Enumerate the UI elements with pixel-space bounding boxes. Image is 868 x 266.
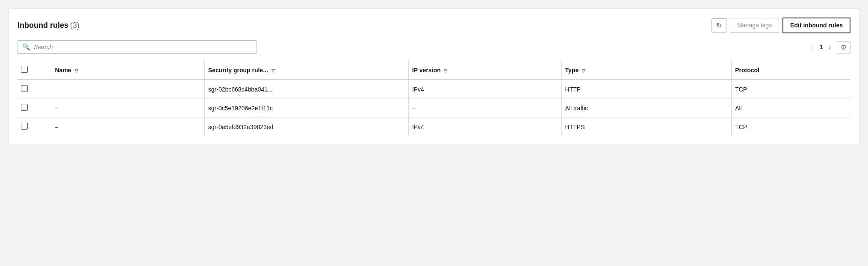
pagination-controls: ‹ 1 › ⚙ <box>809 41 850 53</box>
search-row: 🔍 ‹ 1 › ⚙ <box>18 40 850 54</box>
table-row: –sgr-0a5efd932e39823edIPv4HTTPSTCP <box>18 118 850 136</box>
row-1-checkbox-cell <box>18 99 52 118</box>
row-1-name: – <box>52 99 205 118</box>
row-0-name: – <box>52 80 205 99</box>
sort-type-icon[interactable]: ▽ <box>582 68 585 73</box>
inbound-rules-table: Name ▽ Security group rule... ▽ IP versi… <box>18 61 850 136</box>
th-ipversion-label: IP version <box>412 67 441 74</box>
panel-header: Inbound rules (3) ↻ Manage tags Edit inb… <box>18 18 850 33</box>
row-2-protocol: TCP <box>732 118 850 136</box>
row-2-type: HTTPS <box>561 118 732 136</box>
th-sgrule-label: Security group rule... <box>208 67 268 74</box>
row-0-protocol: TCP <box>732 80 850 99</box>
sort-name-icon[interactable]: ▽ <box>75 68 78 73</box>
refresh-icon: ↻ <box>716 21 722 30</box>
row-2-sgrule: sgr-0a5efd932e39823ed <box>204 118 408 136</box>
row-0-checkbox-cell <box>18 80 52 99</box>
row-2-checkbox[interactable] <box>21 123 28 130</box>
search-input[interactable] <box>34 44 252 50</box>
th-sgrule: Security group rule... ▽ <box>204 61 408 80</box>
header-checkbox[interactable] <box>21 66 28 73</box>
row-2-name: – <box>52 118 205 136</box>
row-1-ipversion: – <box>408 99 561 118</box>
table-header-row: Name ▽ Security group rule... ▽ IP versi… <box>18 61 850 80</box>
th-protocol-label: Protocol <box>735 67 759 74</box>
th-ipversion: IP version ▽ <box>408 61 561 80</box>
row-0-sgrule: sgr-02bc668c4bba041... <box>204 80 408 99</box>
row-1-sgrule: sgr-0c5e19206e2e1f11c <box>204 99 408 118</box>
row-1-type: All traffic <box>561 99 732 118</box>
pagination-next-button[interactable]: › <box>826 43 833 51</box>
edit-inbound-rules-button[interactable]: Edit inbound rules <box>782 18 850 33</box>
pagination-current-page: 1 <box>820 44 823 50</box>
header-actions: ↻ Manage tags Edit inbound rules <box>712 18 850 33</box>
row-0-ipversion: IPv4 <box>408 80 561 99</box>
refresh-button[interactable]: ↻ <box>712 18 726 33</box>
panel-title: Inbound rules (3) <box>18 21 80 30</box>
table-row: –sgr-02bc668c4bba041...IPv4HTTPTCP <box>18 80 850 99</box>
sort-ipversion-icon[interactable]: ▽ <box>444 68 447 73</box>
manage-tags-button[interactable]: Manage tags <box>730 18 779 33</box>
row-0-type: HTTP <box>561 80 732 99</box>
panel-title-text: Inbound rules <box>18 21 68 30</box>
search-icon: 🔍 <box>22 43 30 51</box>
search-box-container: 🔍 <box>18 40 257 54</box>
row-0-checkbox[interactable] <box>21 85 28 92</box>
th-name-label: Name <box>55 67 71 74</box>
panel-title-count: (3) <box>70 21 80 30</box>
row-1-protocol: All <box>732 99 850 118</box>
th-name: Name ▽ <box>52 61 205 80</box>
th-type-label: Type <box>565 67 579 74</box>
th-checkbox <box>18 61 52 80</box>
inbound-rules-panel: Inbound rules (3) ↻ Manage tags Edit inb… <box>9 9 859 145</box>
table-settings-button[interactable]: ⚙ <box>837 41 850 53</box>
th-type: Type ▽ <box>561 61 732 80</box>
row-2-checkbox-cell <box>18 118 52 136</box>
sort-sgrule-icon[interactable]: ▽ <box>272 68 275 73</box>
pagination-prev-button[interactable]: ‹ <box>809 43 816 51</box>
table-row: –sgr-0c5e19206e2e1f11c–All trafficAll <box>18 99 850 118</box>
row-1-checkbox[interactable] <box>21 104 28 111</box>
row-2-ipversion: IPv4 <box>408 118 561 136</box>
th-protocol: Protocol <box>732 61 850 80</box>
